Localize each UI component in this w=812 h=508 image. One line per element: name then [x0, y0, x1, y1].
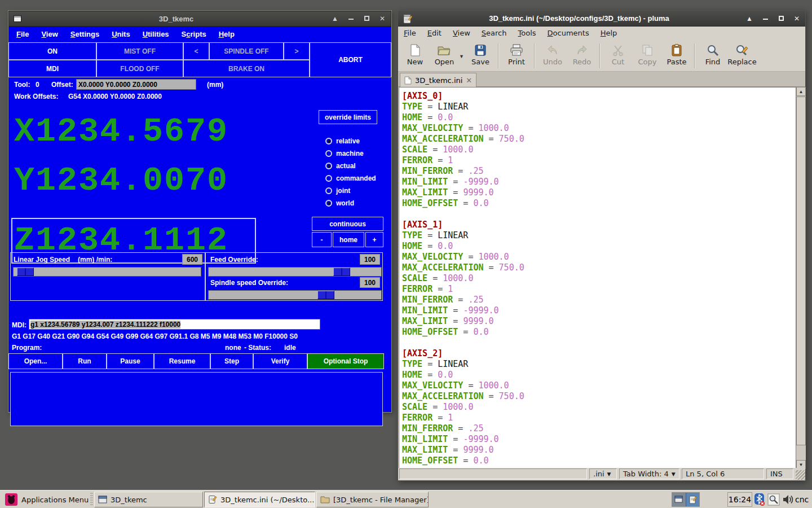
spindle-button[interactable]: SPINDLE OFF	[209, 42, 284, 60]
jog-minus-button[interactable]: -	[312, 232, 332, 247]
radio-machine[interactable]: machine	[325, 147, 376, 160]
pluma-menu-file[interactable]: File	[404, 29, 416, 37]
radio-label: commanded	[336, 174, 376, 182]
volume-icon[interactable]	[782, 493, 795, 506]
open-dropdown-caret[interactable]: ▼	[459, 54, 466, 59]
tab-close-icon[interactable]: ✕	[466, 76, 472, 85]
home-button[interactable]: home	[333, 232, 364, 247]
radio-relative[interactable]: relative	[325, 135, 376, 147]
applications-menu-button[interactable]: Applications Menu	[1, 492, 92, 507]
ini-entry-line: HOME_OFFSET = 0.0	[402, 198, 524, 209]
toolbar-print-button[interactable]: Print	[502, 41, 531, 66]
resume-button[interactable]: Resume	[154, 353, 210, 369]
toolbar-open-button[interactable]: Open	[430, 41, 459, 66]
machine-on-button[interactable]: ON	[8, 42, 96, 60]
toolbar-separator	[599, 43, 601, 68]
optional-stop-button[interactable]: Optional Stop	[307, 353, 384, 369]
scrollbar-thumb[interactable]	[796, 97, 806, 445]
radio-joint[interactable]: joint	[325, 185, 376, 197]
radio-indicator	[325, 200, 332, 207]
pluma-menu-tools[interactable]: Tools	[518, 29, 536, 37]
mdi-input[interactable]: g1 x1234.56789 y1234.007 z1234.111222 f1…	[29, 319, 320, 330]
clock[interactable]: 16:24	[727, 492, 752, 507]
pluma-titlebar[interactable]: 3D_tkemc.ini (~/Desktop/configs/3D_tkemc…	[398, 11, 805, 27]
mist-button[interactable]: MIST OFF	[96, 42, 183, 60]
message-area[interactable]	[10, 372, 383, 426]
close-icon[interactable]: ✕	[378, 15, 386, 23]
maximize-icon[interactable]	[363, 15, 370, 23]
feed-override-slider[interactable]	[208, 267, 382, 277]
mdi-label: MDI:	[12, 321, 27, 329]
pluma-menu-search[interactable]: Search	[482, 29, 507, 37]
run-button[interactable]: Run	[63, 353, 107, 369]
ini-entry-line: FERROR = 1	[402, 155, 524, 166]
jog-mode-continuous-button[interactable]: continuous	[312, 217, 383, 231]
ini-entry-line: MAX_ACCELERATION = 750.0	[402, 134, 524, 144]
radio-commanded[interactable]: commanded	[325, 172, 376, 185]
pluma-menu-help[interactable]: Help	[601, 29, 617, 37]
tool-offset-entry[interactable]: X0.0000 Y0.0000 Z0.0000	[76, 79, 196, 90]
maximize-icon[interactable]	[777, 15, 785, 23]
toolbar-label: Save	[471, 58, 489, 66]
workspace-1[interactable]	[672, 493, 686, 506]
ini-entry-line: MAX_ACCELERATION = 750.0	[402, 262, 524, 273]
flood-button[interactable]: FLOOD OFF	[96, 60, 183, 77]
filetype-dropdown[interactable]: .ini▼	[589, 468, 617, 479]
shade-icon[interactable]: ▲	[331, 15, 339, 23]
tab-width-dropdown[interactable]: Tab Width: 4▼	[619, 468, 679, 479]
pluma-menu-view[interactable]: View	[453, 29, 470, 37]
system-tray	[753, 492, 795, 507]
tkemc-titlebar[interactable]: 3D_tkemc ▲ ✕	[8, 11, 391, 27]
override-limits-button[interactable]: override limits	[319, 110, 377, 124]
toolbar-save-button[interactable]: Save	[466, 41, 495, 66]
workspace-pager[interactable]	[672, 492, 700, 507]
printer-icon	[509, 43, 524, 58]
radio-label: actual	[336, 162, 356, 170]
brake-button[interactable]: BRAKE ON	[183, 60, 310, 77]
toolbar-paste-button[interactable]: Paste	[662, 41, 691, 66]
bluetooth-icon[interactable]	[753, 493, 766, 506]
toolbar-label: Cut	[612, 58, 624, 66]
task-button-3d-tkemc-file-manager[interactable]: [3D_tkemc - File Manager]	[316, 492, 429, 507]
radio-actual[interactable]: actual	[325, 160, 376, 172]
task-button-3d-tkemc[interactable]: 3D_tkemc	[94, 492, 203, 507]
abort-button[interactable]: ABORT	[310, 42, 391, 77]
replace-magnifier-pencil-icon	[735, 43, 749, 58]
text-editor-area[interactable]: [AXIS_0]TYPE = LINEARHOME = 0.0MAX_VELOC…	[399, 87, 796, 469]
spindle-increase-button[interactable]: >	[284, 42, 310, 60]
mode-mdi-button[interactable]: MDI	[8, 60, 96, 77]
minimize-icon[interactable]	[347, 15, 355, 23]
toolbar-replace-button[interactable]: Replace	[727, 41, 757, 66]
magnifier-tray-icon[interactable]	[767, 493, 780, 506]
editor-scrollbar[interactable]: ▲ ▼	[796, 87, 806, 469]
toolbar-find-button[interactable]: Find	[698, 41, 727, 66]
spindle-override-slider[interactable]	[208, 290, 382, 300]
panel-handle[interactable]	[90, 493, 93, 506]
spindle-decrease-button[interactable]: <	[183, 42, 209, 60]
verify-button[interactable]: Verify	[253, 353, 307, 369]
pluma-menu-edit[interactable]: Edit	[427, 29, 442, 37]
open-button[interactable]: Open...	[8, 353, 63, 369]
ini-entry-line: MAX_LIMIT = 9999.0	[402, 187, 524, 198]
workspace-2-active[interactable]	[686, 493, 699, 506]
open-folder-icon	[437, 43, 452, 58]
scroll-up-icon[interactable]: ▲	[796, 87, 806, 96]
jog-speed-label: Linear Jog Speed	[14, 256, 70, 264]
jog-plus-button[interactable]: +	[365, 232, 383, 247]
tab-3d-tkemc-ini[interactable]: 3D_tkemc.ini ✕	[400, 73, 476, 87]
radio-world[interactable]: world	[325, 197, 376, 209]
toolbar-label: Undo	[543, 58, 562, 66]
pluma-window-title: 3D_tkemc.ini (~/Desktop/configs/3D_tkemc…	[413, 14, 745, 23]
toolbar-label: Copy	[638, 58, 657, 66]
toolbar-new-button[interactable]: New	[400, 41, 430, 66]
jog-speed-slider[interactable]	[13, 267, 201, 277]
resize-grip[interactable]	[796, 470, 805, 480]
minimize-icon[interactable]	[761, 15, 769, 23]
pluma-menu-documents[interactable]: Documents	[548, 29, 589, 37]
pause-button[interactable]: Pause	[107, 353, 154, 369]
step-button[interactable]: Step	[210, 353, 253, 369]
task-button-3d-tkemc-ini-deskto[interactable]: 3D_tkemc.ini (~/Deskto...	[204, 492, 315, 507]
close-icon[interactable]: ✕	[793, 15, 801, 23]
toolbar-label: Paste	[667, 58, 686, 66]
shade-icon[interactable]: ▲	[745, 15, 753, 23]
